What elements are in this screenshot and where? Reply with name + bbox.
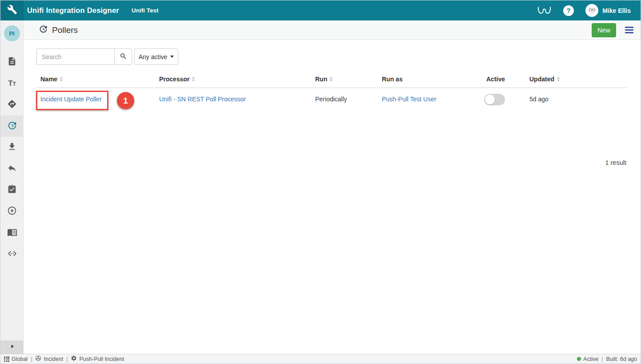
app-title: Unifi Integration Designer (27, 6, 119, 15)
typography-icon: TT (8, 79, 16, 88)
column-header-active: Active (486, 76, 505, 83)
book-icon (7, 227, 17, 239)
search-input[interactable] (36, 48, 114, 65)
main-content: Any active Name Processor Run Run as Act… (24, 40, 641, 354)
sidebar-item-documents[interactable] (0, 52, 24, 73)
separator: | (601, 356, 603, 362)
search-button[interactable] (114, 48, 132, 65)
page-title: Pollers (52, 25, 78, 35)
search-icon (120, 52, 127, 61)
sort-icon (557, 77, 560, 81)
separator: | (66, 356, 68, 362)
sidebar-item-download[interactable] (0, 137, 24, 158)
caret-right-icon (9, 343, 15, 351)
transform-icon (7, 99, 17, 111)
top-bar-actions: ? Mike Ellis (537, 4, 641, 17)
active-toggle[interactable] (484, 94, 505, 105)
processor-link[interactable]: Unifi - SN REST Poll Processor (159, 96, 246, 103)
grid-icon (4, 356, 9, 362)
sort-icon (60, 77, 63, 81)
sidebar-item-tasks[interactable] (0, 180, 24, 201)
column-header-run-as: Run as (382, 76, 403, 83)
run-value: Periodically (315, 96, 347, 103)
process-item[interactable]: Push-Pull Incident (71, 355, 124, 363)
active-filter-dropdown[interactable]: Any active (134, 48, 178, 65)
code-icon (7, 248, 17, 260)
sidebar-item-typography[interactable]: TT (0, 73, 24, 94)
download-icon (7, 142, 17, 153)
sort-icon (192, 77, 195, 81)
app-logo[interactable] (0, 0, 24, 20)
scope-label: Global (12, 356, 28, 362)
annotation-step-badge: 1 (117, 92, 134, 109)
status-bar: Global | Incident | Push-Pull Incident (0, 354, 641, 364)
integration-label: Incident (44, 356, 63, 362)
column-header-name[interactable]: Name (40, 76, 63, 83)
app-subtitle: Unifi Test (132, 7, 159, 14)
annotation-highlight-box (36, 91, 108, 110)
active-filter-label: Any active (139, 53, 168, 60)
toggle-knob (485, 95, 495, 104)
results-count: 1 result (605, 159, 626, 166)
undo-icon (7, 163, 17, 175)
built-label: Built: 6d ago (606, 356, 637, 362)
run-as-link[interactable]: Push-Pull Test User (382, 96, 437, 103)
integration-item[interactable]: Incident (35, 355, 63, 363)
sidebar-item-code[interactable] (0, 244, 24, 265)
status-active-dot (577, 357, 581, 361)
chevron-down-icon (170, 56, 174, 58)
poller-icon (7, 120, 17, 132)
app-window: Unifi Integration Designer Unifi Test ? (0, 0, 641, 364)
gear-icon (71, 355, 77, 363)
page-header: Pollers New (24, 20, 641, 40)
sidebar-item-undo[interactable] (0, 158, 24, 180)
sidebar-item-run[interactable] (0, 201, 24, 222)
sidebar: PI TT (0, 20, 24, 354)
pollers-icon (39, 24, 48, 36)
top-bar: Unifi Integration Designer Unifi Test ? (0, 0, 641, 20)
table-header-row: Name Processor Run Run as Active Updated (36, 72, 627, 88)
sidebar-item-pollers[interactable] (0, 116, 24, 137)
status-label: Active (583, 356, 598, 362)
wrench-icon (7, 4, 17, 16)
sidebar-item-transform[interactable] (0, 94, 24, 116)
menu-icon[interactable] (624, 25, 634, 35)
separator: | (31, 356, 32, 362)
sidebar-collapse-button[interactable] (0, 340, 24, 354)
clipboard-check-icon (7, 184, 17, 196)
column-header-processor[interactable]: Processor (159, 76, 195, 83)
sidebar-item-documentation[interactable] (0, 222, 24, 244)
integration-avatar[interactable]: PI (4, 25, 20, 41)
column-header-run[interactable]: Run (315, 76, 333, 83)
process-label: Push-Pull Incident (79, 356, 124, 362)
preview-glasses-icon[interactable] (537, 6, 552, 16)
helm-icon (35, 355, 41, 363)
help-icon[interactable]: ? (563, 5, 574, 16)
play-circle-icon (7, 206, 17, 217)
user-avatar[interactable] (585, 4, 598, 17)
sort-icon (329, 77, 333, 81)
document-icon (7, 56, 17, 68)
column-header-updated[interactable]: Updated (529, 76, 560, 83)
scope-item[interactable]: Global (4, 356, 28, 362)
new-button[interactable]: New (592, 23, 616, 37)
updated-value: 5d ago (529, 96, 549, 103)
user-name[interactable]: Mike Ellis (602, 7, 631, 14)
